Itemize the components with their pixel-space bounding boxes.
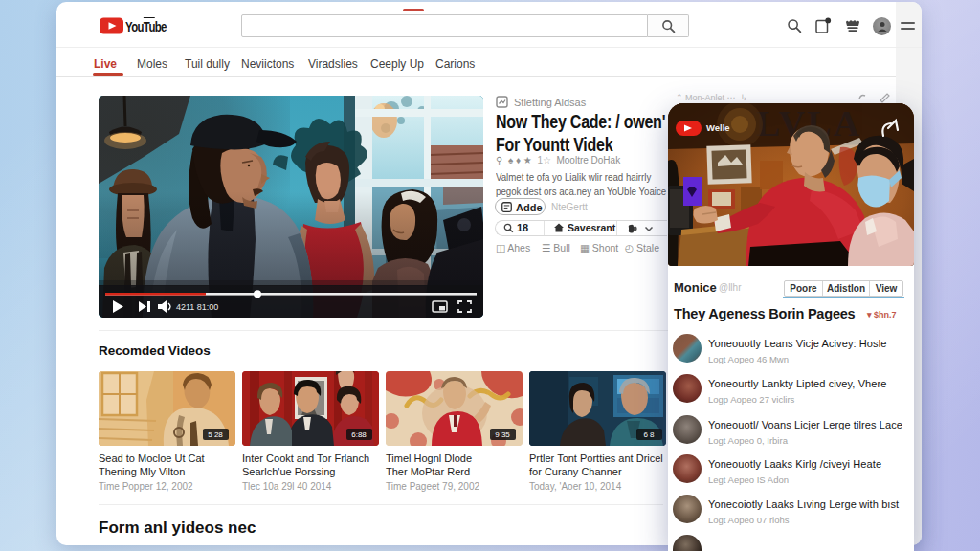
svg-text:6:88: 6:88 xyxy=(351,430,367,439)
svg-text:9 35: 9 35 xyxy=(495,430,510,439)
svg-text:6 8: 6 8 xyxy=(643,430,655,439)
svg-text:5 28: 5 28 xyxy=(208,430,223,439)
svg-text:4211 81:00: 4211 81:00 xyxy=(176,302,218,312)
svg-text:Welle: Welle xyxy=(706,122,730,133)
